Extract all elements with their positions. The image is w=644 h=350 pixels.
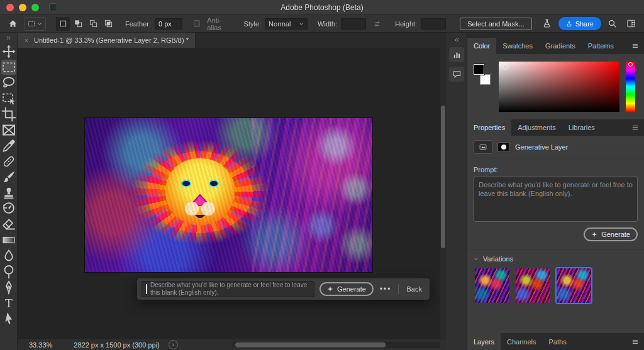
variations-toggle[interactable]: Variations <box>467 249 644 267</box>
home-icon <box>8 19 18 28</box>
workspace-switcher-button[interactable] <box>624 17 639 31</box>
collapse-panels-button[interactable] <box>454 37 460 43</box>
tool-object-selection[interactable] <box>1 91 16 106</box>
tab-libraries[interactable]: Libraries <box>562 119 601 136</box>
tab-layers[interactable]: Layers <box>467 333 501 350</box>
titlebar-extra-button[interactable] <box>49 3 57 11</box>
tab-channels[interactable]: Channels <box>501 333 542 350</box>
artwork-texture <box>85 118 372 272</box>
variation-thumbnail-1[interactable] <box>475 268 509 303</box>
intersect-selection-icon <box>104 19 113 28</box>
intersect-selection-button[interactable] <box>101 17 115 31</box>
tool-crop[interactable] <box>1 107 16 122</box>
home-button[interactable] <box>5 17 20 31</box>
select-and-mask-button[interactable]: Select and Mask... <box>460 18 532 30</box>
search-icon <box>608 19 617 28</box>
tool-gradient[interactable] <box>1 232 16 248</box>
back-button[interactable]: Back <box>404 285 425 293</box>
generative-prompt-bar: Describe what you'd like to generate or … <box>137 278 430 300</box>
generative-layer-button[interactable] <box>474 140 492 154</box>
subtract-from-selection-button[interactable] <box>86 17 100 31</box>
toolbar-expand-button[interactable] <box>0 33 17 43</box>
add-to-selection-icon <box>74 19 83 28</box>
tool-brush[interactable] <box>1 170 16 185</box>
tool-eyedropper[interactable] <box>1 138 16 153</box>
zoom-level-field[interactable]: 33.33% <box>18 341 57 349</box>
vertical-scrollbar-thumb[interactable] <box>441 106 445 248</box>
status-info-button[interactable] <box>169 340 178 349</box>
tab-properties[interactable]: Properties <box>467 119 511 136</box>
properties-panel-menu-button[interactable] <box>626 119 644 136</box>
tab-paths[interactable]: Paths <box>543 333 573 350</box>
tool-clone-stamp[interactable] <box>1 185 16 200</box>
vertical-scrollbar[interactable] <box>439 48 447 339</box>
width-input[interactable] <box>341 18 366 30</box>
prompt-label: Prompt: <box>474 166 638 173</box>
new-selection-button[interactable] <box>56 17 70 31</box>
background-color-swatch[interactable] <box>480 74 491 85</box>
chevron-down-icon <box>299 21 304 26</box>
tool-spot-healing-brush[interactable] <box>1 154 16 169</box>
color-panel-menu-button[interactable] <box>626 38 644 54</box>
minimize-window-button[interactable] <box>19 4 26 11</box>
canvas[interactable]: Describe what you'd like to generate or … <box>18 48 447 339</box>
style-select[interactable]: Normal <box>265 18 308 30</box>
close-tab-icon[interactable] <box>24 38 30 43</box>
tab-patterns[interactable]: Patterns <box>582 38 620 54</box>
beta-feedback-button[interactable] <box>540 17 555 31</box>
generate-button[interactable]: Generate <box>319 282 374 296</box>
feather-input[interactable] <box>155 18 182 30</box>
layer-mask-thumbnail[interactable] <box>497 142 510 152</box>
more-options-button[interactable]: ••• <box>379 285 393 293</box>
tab-swatches[interactable]: Swatches <box>496 38 539 54</box>
fullscreen-window-button[interactable] <box>31 4 39 11</box>
document-tab[interactable]: Untitled-1 @ 33.3% (Generative Layer 2, … <box>18 33 196 48</box>
tab-gradients[interactable]: Gradients <box>539 38 582 54</box>
foreground-color-swatch[interactable] <box>474 64 484 75</box>
variation-thumbnail-3[interactable] <box>557 268 591 303</box>
panel-menu-icon <box>631 338 639 346</box>
histogram-panel-button[interactable] <box>449 47 464 62</box>
tool-eraser[interactable] <box>1 217 16 232</box>
hue-slider[interactable] <box>626 62 635 112</box>
divider <box>398 284 399 294</box>
tool-lasso[interactable] <box>1 75 16 90</box>
tool-pen[interactable] <box>1 280 16 295</box>
tool-blur[interactable] <box>1 248 16 263</box>
canvas-image-lion-artwork[interactable] <box>85 118 372 272</box>
properties-panel-tabs: Properties Adjustments Libraries <box>467 119 644 136</box>
close-window-button[interactable] <box>6 4 14 11</box>
tool-frame[interactable] <box>1 123 16 138</box>
horizontal-scrollbar-thumb[interactable] <box>235 342 386 347</box>
tool-rectangular-marquee[interactable] <box>1 60 16 75</box>
height-label: Height: <box>395 20 417 28</box>
swap-dimensions-button[interactable] <box>370 17 385 31</box>
share-button[interactable]: Share <box>558 17 601 30</box>
variation-thumbnail-2[interactable] <box>516 268 550 303</box>
prompt-textarea[interactable] <box>474 177 638 222</box>
prompt-placeholder: Describe what you'd like to generate or … <box>150 282 310 297</box>
variations-label: Variations <box>483 255 513 263</box>
add-to-selection-button[interactable] <box>71 17 85 31</box>
layers-panel-menu-button[interactable] <box>626 333 644 350</box>
tool-preset-picker[interactable] <box>24 17 46 31</box>
anti-alias-checkbox[interactable] <box>194 20 200 27</box>
panel-generate-button[interactable]: Generate <box>584 227 638 241</box>
selection-mode-group <box>56 17 115 31</box>
prompt-input[interactable]: Describe what you'd like to generate or … <box>142 281 314 297</box>
tool-history-brush[interactable] <box>1 201 16 216</box>
comments-panel-button[interactable] <box>449 67 464 82</box>
generate-icon <box>591 231 597 238</box>
saturation-brightness-field[interactable] <box>499 62 619 112</box>
horizontal-scrollbar[interactable] <box>231 342 440 348</box>
tool-type[interactable]: T <box>1 295 16 310</box>
variations-list <box>467 267 644 303</box>
tab-adjustments[interactable]: Adjustments <box>511 119 562 136</box>
height-input[interactable] <box>421 18 446 30</box>
layers-panel-tabs: Layers Channels Paths <box>467 333 644 350</box>
tool-dodge[interactable] <box>1 264 16 279</box>
tool-move[interactable] <box>1 44 16 59</box>
tool-path-selection[interactable] <box>1 311 16 326</box>
tab-color[interactable]: Color <box>467 38 496 54</box>
search-button[interactable] <box>605 17 620 31</box>
